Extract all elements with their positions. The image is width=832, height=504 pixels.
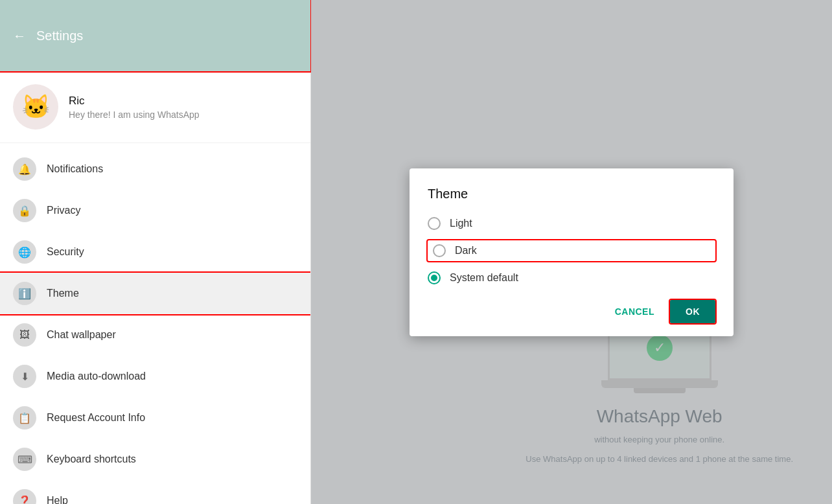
help-icon: ❓ — [13, 489, 36, 504]
settings-header: ← Settings — [0, 0, 310, 71]
sidebar-item-security[interactable]: 🌐 Security — [0, 231, 310, 273]
dialog-actions: CANCEL OK — [428, 300, 715, 323]
media-download-label: Media auto-download — [47, 371, 146, 382]
avatar: 🐱 — [13, 84, 58, 130]
sidebar: ← Settings 🐱 Ric Hey there! I am using W… — [0, 0, 311, 504]
chat-wallpaper-icon: 🖼 — [13, 323, 36, 347]
menu-list: 🔔 Notifications 🔒 Privacy 🌐 Security ℹ️ … — [0, 143, 310, 504]
sidebar-item-help[interactable]: ❓ Help — [0, 480, 310, 504]
media-download-icon: ⬇ — [13, 365, 36, 388]
theme-dialog: Theme Light Dark System default CANCEL O… — [410, 168, 734, 336]
avatar-emoji: 🐱 — [21, 93, 51, 120]
radio-light-label: Light — [450, 218, 472, 229]
radio-option-dark[interactable]: Dark — [428, 240, 715, 261]
privacy-label: Privacy — [47, 205, 80, 216]
help-label: Help — [47, 495, 68, 504]
profile-name: Ric — [69, 95, 200, 108]
sidebar-item-privacy[interactable]: 🔒 Privacy — [0, 190, 310, 231]
sidebar-item-notifications[interactable]: 🔔 Notifications — [0, 148, 310, 190]
notifications-label: Notifications — [47, 163, 103, 175]
profile-area[interactable]: 🐱 Ric Hey there! I am using WhatsApp — [0, 71, 310, 143]
profile-info: Ric Hey there! I am using WhatsApp — [69, 95, 200, 120]
radio-dark-label: Dark — [455, 245, 477, 257]
radio-system-label: System default — [450, 272, 518, 284]
dialog-title: Theme — [428, 187, 715, 201]
security-icon: 🌐 — [13, 240, 36, 264]
chat-wallpaper-label: Chat wallpaper — [47, 329, 116, 341]
radio-system-circle — [428, 271, 441, 284]
security-label: Security — [47, 246, 84, 258]
radio-dark-circle — [433, 244, 446, 257]
sidebar-item-keyboard-shortcuts[interactable]: ⌨ Keyboard shortcuts — [0, 439, 310, 480]
radio-light-circle — [428, 217, 441, 230]
back-button[interactable]: ← — [13, 29, 26, 43]
radio-option-light[interactable]: Light — [428, 217, 715, 230]
account-info-icon: 📋 — [13, 406, 36, 430]
main-content: ✓ WhatsApp Web without keeping your phon… — [311, 0, 832, 504]
ok-button[interactable]: OK — [670, 300, 715, 323]
sidebar-item-theme[interactable]: ℹ️ Theme — [0, 273, 310, 314]
privacy-icon: 🔒 — [13, 199, 36, 222]
keyboard-icon: ⌨ — [13, 448, 36, 471]
sidebar-item-chat-wallpaper[interactable]: 🖼 Chat wallpaper — [0, 314, 310, 356]
settings-title: Settings — [36, 29, 83, 43]
keyboard-label: Keyboard shortcuts — [47, 453, 136, 465]
radio-option-system-default[interactable]: System default — [428, 271, 715, 284]
profile-status: Hey there! I am using WhatsApp — [69, 109, 200, 120]
theme-label: Theme — [47, 288, 79, 299]
cancel-button[interactable]: CANCEL — [605, 300, 665, 323]
dialog-overlay: Theme Light Dark System default CANCEL O… — [311, 0, 832, 504]
account-info-label: Request Account Info — [47, 412, 145, 424]
theme-icon: ℹ️ — [13, 282, 36, 305]
notifications-icon: 🔔 — [13, 157, 36, 181]
sidebar-item-media-auto-download[interactable]: ⬇ Media auto-download — [0, 356, 310, 397]
sidebar-item-request-account-info[interactable]: 📋 Request Account Info — [0, 397, 310, 439]
